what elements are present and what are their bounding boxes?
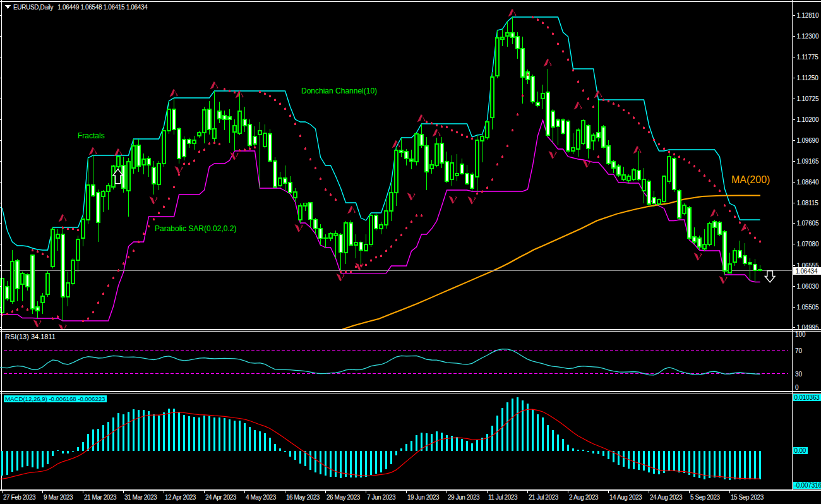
svg-text:1.09165: 1.09165 [797, 158, 819, 165]
svg-text:1.07605: 1.07605 [797, 220, 819, 227]
svg-text:MA(200): MA(200) [731, 174, 770, 185]
svg-text:1.12810: 1.12810 [797, 12, 819, 19]
svg-text:1.10200: 1.10200 [797, 116, 819, 123]
svg-text:9 Mar 2023: 9 Mar 2023 [44, 494, 73, 501]
svg-text:1.11775: 1.11775 [797, 54, 819, 61]
svg-text:26 May 2023: 26 May 2023 [327, 494, 361, 501]
svg-text:Fractals: Fractals [78, 131, 105, 140]
svg-text:21 Mar 2023: 21 Mar 2023 [84, 494, 117, 501]
svg-text:5 Sep 2023: 5 Sep 2023 [690, 494, 721, 501]
svg-text:1.11250: 1.11250 [797, 75, 819, 81]
svg-text:2 Aug 2023: 2 Aug 2023 [569, 494, 599, 501]
svg-text:14 Aug 2023: 14 Aug 2023 [609, 494, 642, 501]
svg-text:1.06030: 1.06030 [797, 283, 819, 290]
svg-text:0.010363: 0.010363 [794, 394, 820, 401]
svg-text:0.00: 0.00 [794, 447, 806, 454]
svg-text:1.12300: 1.12300 [797, 33, 819, 40]
svg-text:1.08115: 1.08115 [797, 200, 819, 207]
svg-text:12 Apr 2023: 12 Apr 2023 [165, 494, 196, 501]
svg-text:16 May 2023: 16 May 2023 [286, 494, 320, 501]
svg-text:100: 100 [795, 331, 806, 338]
svg-text:27 Feb 2023: 27 Feb 2023 [3, 494, 36, 501]
svg-text:7 Jun 2023: 7 Jun 2023 [367, 494, 396, 501]
svg-text:Parabolic SAR(0.02,0.2): Parabolic SAR(0.02,0.2) [155, 224, 236, 233]
svg-text:24 Aug 2023: 24 Aug 2023 [650, 494, 683, 501]
svg-text:1.07080: 1.07080 [797, 241, 819, 248]
svg-text:MACD(12,26,9) -0.006168 -0.006: MACD(12,26,9) -0.006168 -0.006223 [5, 395, 105, 402]
svg-text:19 Jun 2023: 19 Jun 2023 [407, 494, 440, 501]
svg-text:1.10725: 1.10725 [797, 95, 819, 102]
svg-text:EURUSD,Daily 1.06449 1.06548: EURUSD,Daily 1.06449 1.06548 1.06415 1.0… [13, 4, 148, 11]
svg-text:70: 70 [795, 347, 803, 354]
svg-text:1.09690: 1.09690 [797, 137, 819, 144]
svg-text:-0.007316: -0.007316 [794, 482, 821, 489]
svg-text:11 Jul 2023: 11 Jul 2023 [488, 494, 518, 501]
svg-text:31 Mar 2023: 31 Mar 2023 [124, 494, 157, 501]
svg-text:0: 0 [795, 384, 799, 391]
svg-text:1.04995: 1.04995 [797, 324, 819, 331]
svg-text:1.05505: 1.05505 [797, 304, 819, 311]
svg-text:30: 30 [795, 371, 803, 378]
svg-text:4 May 2023: 4 May 2023 [246, 494, 277, 501]
svg-text:29 Jun 2023: 29 Jun 2023 [448, 494, 480, 501]
svg-text:24 Apr 2023: 24 Apr 2023 [205, 494, 237, 501]
svg-text:21 Jul 2023: 21 Jul 2023 [529, 494, 559, 501]
svg-text:15 Sep 2023: 15 Sep 2023 [731, 494, 764, 501]
svg-text:1.08640: 1.08640 [797, 179, 819, 186]
svg-text:Donchian Channel(10): Donchian Channel(10) [301, 87, 377, 95]
svg-text:1.06434: 1.06434 [796, 268, 818, 275]
svg-text:RSI(13) 34.1811: RSI(13) 34.1811 [5, 333, 56, 340]
